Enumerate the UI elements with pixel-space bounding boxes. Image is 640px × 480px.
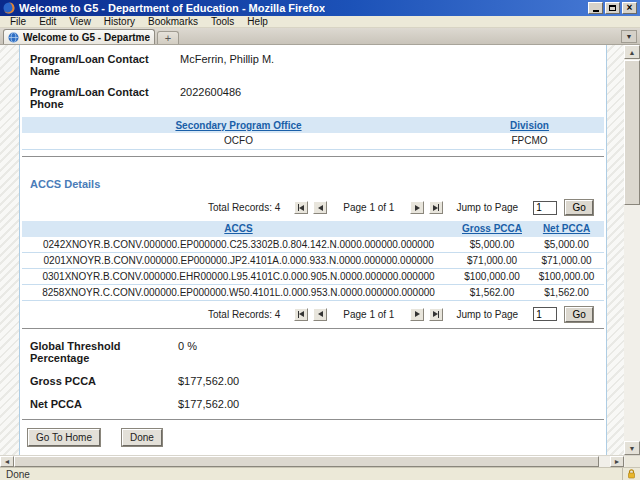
scroll-up-icon: ▲	[629, 49, 636, 56]
table-row: 0201XNOYR.B.CONV.000000.EP000000.JP2.410…	[22, 253, 604, 269]
tab-welcome-g5[interactable]: Welcome to G5 - Department of Edu...	[3, 29, 155, 44]
next-page-button[interactable]	[410, 308, 424, 321]
total-records: Total Records: 4	[208, 202, 280, 213]
next-page-icon	[415, 311, 420, 317]
vertical-scrollbar-thumb[interactable]	[624, 60, 640, 205]
gross-pcca-value: $71,000.00	[455, 253, 529, 269]
new-tab-button[interactable]: +	[157, 31, 179, 44]
table-row: 8258XNOYR.C.CONV.000000.EP000000.W50.410…	[22, 285, 604, 301]
last-page-button[interactable]	[429, 201, 443, 214]
globe-favicon-icon	[8, 32, 19, 43]
accs-code: 8258XNOYR.C.CONV.000000.EP000000.W50.410…	[22, 285, 455, 301]
scroll-left-button[interactable]: ◄	[0, 456, 14, 467]
status-bar: Done	[0, 467, 640, 480]
table-row: OCFO FPCMO	[22, 133, 604, 149]
go-button[interactable]: Go	[565, 307, 593, 322]
prev-page-icon	[318, 311, 323, 317]
jump-to-page-label: Jump to Page	[456, 309, 518, 320]
accs-details-heading: ACCS Details	[30, 178, 606, 190]
gross-pcca-value: $100,000.00	[455, 269, 529, 285]
prev-page-button[interactable]	[313, 308, 327, 321]
gross-pcca-value: $5,000.00	[455, 237, 529, 253]
net-pcca-value: $100,000.00	[529, 269, 604, 285]
window-title: Welcome to G5 - Department of Education …	[19, 2, 325, 14]
secure-lock-panel[interactable]	[622, 468, 640, 480]
divider	[22, 419, 604, 420]
net-pcca-total-label: Net PCCA	[30, 398, 178, 410]
contact-phone-label: Program/Loan Contact Phone	[30, 86, 180, 110]
last-page-icon	[438, 204, 439, 211]
header-division[interactable]: Division	[455, 117, 604, 133]
go-to-home-button[interactable]: Go To Home	[28, 429, 100, 446]
office-table: Secondary Program Office Division OCFO F…	[22, 117, 604, 150]
close-icon: ×	[627, 3, 633, 13]
scrollbar-corner	[625, 456, 640, 467]
accs-table: ACCS Gross PCCA Net PCCA 0242XNOYR.B.CON…	[22, 221, 604, 302]
header-gross-pcca[interactable]: Gross PCCA	[455, 221, 529, 237]
global-threshold-label: Global Threshold Percentage	[30, 340, 178, 364]
next-page-button[interactable]	[410, 201, 424, 214]
next-page-icon	[415, 205, 420, 211]
horizontal-scrollbar-thumb[interactable]	[14, 456, 599, 467]
net-pcca-total-value: $177,562.00	[178, 398, 239, 410]
chevron-down-icon: ▼	[626, 33, 633, 40]
menu-file[interactable]: File	[4, 16, 32, 27]
global-threshold-value: 0 %	[178, 340, 197, 364]
scroll-right-button[interactable]: ►	[610, 456, 624, 467]
jump-to-page-input[interactable]	[533, 201, 557, 215]
header-accs[interactable]: ACCS	[22, 221, 455, 237]
header-secondary-program-office[interactable]: Secondary Program Office	[22, 117, 455, 133]
first-page-button[interactable]	[294, 201, 308, 214]
window-titlebar: Welcome to G5 - Department of Education …	[0, 0, 640, 16]
restore-icon	[609, 5, 616, 11]
padlock-icon	[627, 469, 636, 479]
menu-view[interactable]: View	[63, 16, 97, 27]
last-page-button[interactable]	[429, 308, 443, 321]
divider	[22, 328, 604, 329]
menu-help[interactable]: Help	[241, 16, 274, 27]
net-pcca-value: $1,562.00	[529, 285, 604, 301]
close-button[interactable]: ×	[622, 2, 637, 14]
scroll-down-button[interactable]: ▼	[624, 441, 640, 455]
horizontal-scrollbar[interactable]: ◄ ►	[0, 455, 640, 467]
first-page-button[interactable]	[294, 308, 308, 321]
go-button[interactable]: Go	[565, 200, 593, 215]
list-all-tabs-button[interactable]: ▼	[621, 30, 637, 43]
done-button[interactable]: Done	[122, 429, 162, 446]
restore-button[interactable]	[605, 2, 620, 14]
plus-icon: +	[165, 32, 171, 44]
first-page-icon	[299, 205, 304, 211]
browser-viewport: Program/Loan Contact Name McFerrin, Phil…	[0, 45, 640, 455]
minimize-button[interactable]	[588, 2, 603, 14]
total-records: Total Records: 4	[208, 309, 280, 320]
header-net-pcca[interactable]: Net PCCA	[529, 221, 604, 237]
menu-history[interactable]: History	[98, 16, 141, 27]
scroll-left-icon: ◄	[4, 458, 11, 465]
menu-edit[interactable]: Edit	[33, 16, 62, 27]
jump-to-page-input[interactable]	[533, 307, 557, 321]
scroll-up-button[interactable]: ▲	[624, 45, 640, 59]
status-text: Done	[0, 469, 622, 480]
contact-phone-value: 2022600486	[180, 86, 241, 110]
page-left-margin	[0, 45, 19, 455]
table-row: 0301XNOYR.B.CONV.000000.EHR00000.L95.410…	[22, 269, 604, 285]
page-right-margin	[607, 45, 624, 455]
vertical-scrollbar[interactable]: ▲ ▼	[624, 45, 640, 455]
pagination-bottom: Total Records: 4 Page 1 of 1 Jump to Pag…	[208, 306, 606, 322]
divider	[22, 156, 604, 157]
pagination-top: Total Records: 4 Page 1 of 1 Jump to Pag…	[208, 200, 606, 216]
menu-bookmarks[interactable]: Bookmarks	[142, 16, 204, 27]
web-page: Program/Loan Contact Name McFerrin, Phil…	[20, 45, 606, 455]
accs-code: 0242XNOYR.B.CONV.000000.EP000000.C25.330…	[22, 237, 455, 253]
last-page-icon	[438, 311, 439, 318]
scroll-right-icon: ►	[614, 458, 621, 465]
net-pcca-value: $5,000.00	[529, 237, 604, 253]
page-indicator: Page 1 of 1	[343, 202, 394, 213]
minimize-icon	[593, 10, 599, 12]
firefox-icon	[3, 2, 15, 14]
prev-page-button[interactable]	[313, 201, 327, 214]
menu-bar: File Edit View History Bookmarks Tools H…	[0, 16, 640, 28]
gross-pcca-value: $1,562.00	[455, 285, 529, 301]
menu-tools[interactable]: Tools	[205, 16, 240, 27]
contact-name-label: Program/Loan Contact Name	[30, 53, 180, 77]
